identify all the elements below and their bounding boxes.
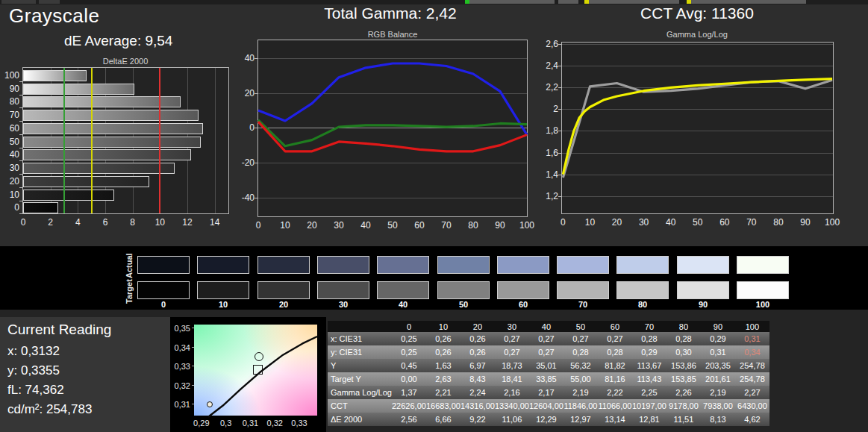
collapsed-tab[interactable]: [558, 0, 578, 4]
x-axis-label: 30: [334, 220, 343, 231]
y-tick: [19, 148, 22, 148]
row-label: Gamma Log/Log: [328, 386, 392, 399]
swatch-level-label: 10: [197, 300, 249, 309]
y-tick: [558, 87, 561, 88]
cie-plot-area: [193, 323, 319, 417]
target-swatch: [257, 281, 310, 299]
rgb-balance-chart-title: RGB Balance: [368, 30, 418, 39]
x-axis-label: 40: [666, 217, 675, 228]
collapsed-tab[interactable]: [687, 0, 806, 4]
reading-x: x: 0,3132: [7, 344, 60, 359]
y-axis-label: 1,4: [539, 169, 558, 180]
table-cell: 18,73: [495, 359, 529, 372]
x-axis-label: 80: [468, 220, 478, 231]
table-cell: 12,81: [632, 413, 666, 426]
y-tick: [558, 131, 561, 131]
table-cell: 0,27: [495, 345, 529, 359]
actual-swatch: [616, 256, 669, 274]
reference-line: [91, 68, 93, 213]
gamma-plot-area: [561, 42, 834, 214]
collapsed-tab[interactable]: [465, 0, 555, 4]
actual-swatch: [137, 256, 190, 274]
target-swatch: [616, 281, 669, 299]
table-cell: 18,41: [495, 372, 529, 386]
y-axis-label: 70: [1, 110, 19, 120]
table-cell: 113,43: [632, 372, 666, 386]
column-header: 50: [563, 321, 598, 332]
table-cell: 2,56: [392, 413, 426, 426]
row-label: Target Y: [328, 372, 392, 386]
table-cell: 13340,00: [495, 399, 529, 413]
x-axis-label: 50: [387, 220, 397, 231]
de-average-readout: dE Average: 9,54: [64, 33, 172, 49]
table-cell: 11,51: [666, 413, 701, 426]
yellow-tab-marker: [687, 0, 691, 4]
y-axis-label: 100: [1, 70, 19, 81]
y-axis-label: 0: [235, 122, 255, 133]
y-tick: [19, 213, 22, 214]
measurement-table: 0102030405060708090100x: CIE310,250,260,…: [328, 321, 769, 426]
de-bar: [23, 137, 201, 148]
collapsed-tab[interactable]: [39, 0, 60, 4]
y-tick: [255, 163, 257, 163]
table-cell: 153,85: [666, 372, 701, 386]
table-cell: 0,25: [392, 332, 426, 345]
y-tick: [19, 201, 22, 201]
cie-y-axis-label: 0,33: [172, 362, 190, 371]
table-cell: 16683,00: [426, 399, 460, 413]
swatch-level-label: 30: [317, 300, 369, 309]
target-swatch: [197, 281, 249, 299]
column-header: [328, 321, 392, 332]
swatch-level-label: 40: [377, 300, 429, 309]
table-cell: 9178,00: [666, 399, 701, 413]
x-axis-label: 60: [414, 220, 424, 231]
x-axis-label: 10: [585, 217, 595, 228]
collapsed-tab[interactable]: [584, 0, 679, 4]
y-tick: [19, 187, 22, 188]
y-axis-label: 80: [1, 96, 19, 107]
collapsed-tab[interactable]: [1, 0, 36, 4]
de-bar: [23, 110, 199, 121]
table-cell: 6,66: [426, 413, 460, 426]
actual-swatch: [497, 256, 549, 274]
y-tick: [19, 121, 22, 122]
cie-y-axis-label: 0,34: [172, 343, 190, 352]
table-row: Gamma Log/Log1,372,212,242,162,172,192,2…: [328, 386, 769, 399]
y-tick: [558, 109, 561, 110]
table-cell: 10197,00: [632, 399, 666, 413]
table-cell: 0,00: [392, 372, 426, 386]
x-axis-label: 0: [21, 217, 26, 228]
swatch-row-label: Actual: [125, 251, 134, 278]
table-row: y: CIE310,250,260,260,270,270,280,280,29…: [328, 345, 769, 359]
table-cell: 2,25: [632, 386, 666, 399]
x-axis-label: 14: [210, 217, 219, 228]
table-cell: 22626,00: [392, 399, 426, 413]
table-cell: 254,78: [735, 359, 769, 372]
table-cell: 0,45: [392, 359, 426, 372]
cie-y-axis-label: 0,35: [172, 324, 190, 333]
table-cell: 2,27: [735, 386, 769, 399]
x-axis-label: 8: [130, 217, 135, 228]
actual-swatch: [437, 256, 490, 274]
table-cell: 2,16: [495, 386, 529, 399]
cie-y-tick: [192, 385, 194, 386]
x-axis-label: 0: [256, 220, 261, 231]
table-row: Y0,451,636,9718,7335,0156,3281,82113,671…: [328, 359, 769, 372]
table-cell: 113,67: [632, 359, 666, 372]
row-label: Y: [328, 359, 392, 372]
swatch-level-label: 0: [137, 300, 190, 309]
y-tick: [19, 95, 22, 96]
table-cell: 2,17: [529, 386, 563, 399]
x-axis-label: 100: [519, 220, 534, 231]
reference-line: [159, 68, 160, 213]
table-cell: 0,34: [735, 345, 769, 359]
cie-y-tick: [192, 347, 194, 348]
reading-fl: fL: 74,362: [7, 383, 64, 398]
cie-x-axis-label: 0,33: [290, 419, 309, 428]
swatch-level-label: 100: [737, 300, 789, 309]
swatch-level-label: 70: [557, 300, 609, 309]
table-cell: 81,82: [598, 359, 632, 372]
y-tick: [19, 174, 22, 175]
y-tick: [19, 81, 22, 82]
column-header: 80: [666, 321, 701, 332]
